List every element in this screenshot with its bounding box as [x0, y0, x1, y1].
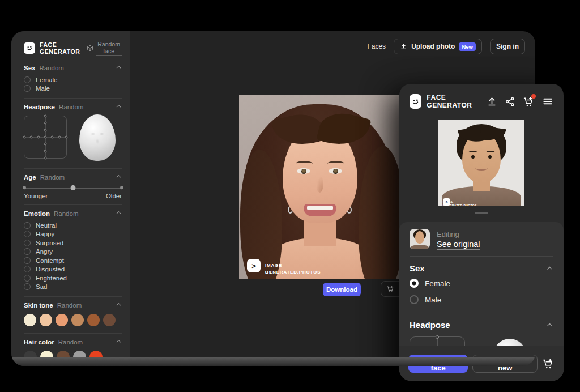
skin-tone-swatch[interactable] [24, 314, 36, 326]
chevron-up-icon[interactable] [116, 64, 122, 70]
radio-icon [410, 295, 419, 304]
section-headpose: Headpose Random [24, 99, 122, 169]
skin-tone-swatch[interactable] [103, 314, 116, 326]
generated-photos-icon: > [247, 259, 261, 272]
radio-label: Neutral [36, 222, 57, 229]
radio-icon [24, 248, 31, 255]
radio-option-sad[interactable]: Sad [24, 283, 122, 292]
portrait-eye [329, 168, 342, 174]
chevron-up-icon[interactable] [546, 265, 553, 272]
sign-in-label: Sign in [496, 42, 519, 50]
radio-label: Disgusted [36, 266, 65, 272]
section-title: Skin tone [24, 302, 53, 309]
radio-option-happy[interactable]: Happy [24, 230, 122, 239]
radio-option-surprised[interactable]: Surprised [24, 238, 122, 248]
section-random-tag: Random [39, 65, 63, 71]
chevron-up-icon[interactable] [116, 338, 122, 344]
radio-icon [24, 257, 31, 264]
radio-icon [24, 240, 31, 246]
radio-option-female[interactable]: Female [24, 75, 122, 84]
section-title: Headpose [410, 320, 450, 330]
section-sex: Sex Random Female Male [24, 59, 122, 99]
panel-section-sex: Sex Female Male [410, 257, 553, 313]
cart-icon[interactable] [523, 96, 535, 108]
download-button[interactable]: Download [323, 283, 361, 296]
age-slider[interactable] [24, 185, 122, 190]
age-slider-handle[interactable] [70, 185, 75, 190]
headpose-grid[interactable] [24, 116, 67, 159]
radio-option-disgusted[interactable]: Disgusted [24, 265, 122, 274]
watermark-line2: GENERATED.PHOTOS [443, 204, 477, 206]
radio-icon [24, 76, 31, 83]
share-icon[interactable] [505, 96, 515, 107]
portrait-eyebrow [486, 151, 495, 154]
watermark-line2: GENERATED.PHOTOS [265, 269, 321, 275]
upload-photo-label: Upload photo [411, 42, 455, 50]
radio-option-frightened[interactable]: Frightened [24, 274, 122, 283]
radio-icon [24, 275, 31, 282]
radio-option-angry[interactable]: Angry [24, 248, 122, 257]
skin-tone-swatch[interactable] [40, 314, 52, 326]
section-random-tag: Random [40, 174, 65, 181]
new-badge: New [459, 42, 476, 51]
upload-icon [400, 43, 407, 50]
headpose-3d-head-preview [79, 114, 116, 161]
section-emotion: Emotion Random Neutral Happy Surprised A… [24, 205, 122, 297]
logo-row: FACE GENERATOR Random face [24, 41, 122, 55]
chevron-up-icon[interactable] [116, 173, 122, 180]
radio-icon [24, 266, 31, 272]
radio-label: Happy [36, 231, 54, 237]
mobile-editor-panel: FACE GENERATOR > [399, 84, 564, 381]
laptop-bottom-bezel [11, 357, 535, 366]
skin-tone-swatch[interactable] [87, 314, 100, 326]
upload-photo-button[interactable]: Upload photo New [394, 39, 482, 54]
editing-row: Editing See original [410, 229, 553, 257]
section-title: Sex [24, 65, 35, 71]
upload-icon[interactable] [487, 96, 497, 107]
panel-header: FACE GENERATOR [399, 84, 564, 109]
generated-face-image: > IMAGE BY GENERATED.PHOTOS [239, 95, 400, 279]
chevron-up-icon[interactable] [116, 103, 122, 109]
skin-tone-swatch[interactable] [71, 314, 84, 326]
radio-selected-icon [410, 279, 419, 288]
see-original-link[interactable]: See original [437, 240, 480, 249]
radio-option-neutral[interactable]: Neutral [24, 221, 122, 230]
chevron-up-icon[interactable] [116, 301, 122, 308]
section-title: Emotion [24, 210, 50, 217]
radio-label: Angry [36, 248, 53, 255]
cart-plus-button[interactable] [542, 357, 555, 370]
chevron-up-icon[interactable] [546, 321, 553, 329]
nav-faces-link[interactable]: Faces [367, 42, 386, 50]
random-face-button[interactable]: Random face [87, 41, 122, 56]
age-older-label: Older [106, 193, 122, 199]
menu-icon[interactable] [542, 96, 553, 107]
section-random-tag: Random [54, 210, 78, 217]
section-title: Sex [410, 263, 425, 273]
radio-icon [24, 222, 31, 229]
radio-icon [24, 231, 31, 237]
radio-icon [24, 85, 31, 92]
random-face-label: Random face [96, 41, 122, 56]
radio-option-female-selected[interactable]: Female [410, 277, 553, 289]
drag-handle[interactable] [475, 212, 488, 214]
editing-face-image: > IMAGE BY GENERATED.PHOTOS [438, 120, 524, 206]
skin-tone-swatch[interactable] [56, 314, 68, 326]
radio-option-contempt[interactable]: Contempt [24, 256, 122, 265]
panel-app-title: FACE GENERATOR [427, 93, 481, 109]
section-skin-tone: Skin tone Random [24, 297, 122, 334]
face-generator-logo-icon [410, 94, 421, 109]
chevron-up-icon[interactable] [116, 210, 122, 216]
radio-label: Female [425, 279, 450, 288]
age-younger-label: Younger [24, 193, 48, 199]
top-navigation: Faces Upload photo New Sign in [367, 39, 525, 54]
face-generator-logo-icon [24, 42, 35, 54]
radio-option-male[interactable]: Male [24, 84, 122, 93]
radio-label: Surprised [36, 240, 63, 246]
cart-plus-icon [386, 285, 395, 293]
portrait-eyebrow [327, 161, 344, 167]
radio-option-male[interactable]: Male [410, 293, 553, 306]
portrait-eyebrow [468, 151, 477, 154]
portrait-eye [471, 155, 475, 159]
sign-in-button[interactable]: Sign in [490, 39, 525, 54]
radio-icon [24, 283, 31, 290]
